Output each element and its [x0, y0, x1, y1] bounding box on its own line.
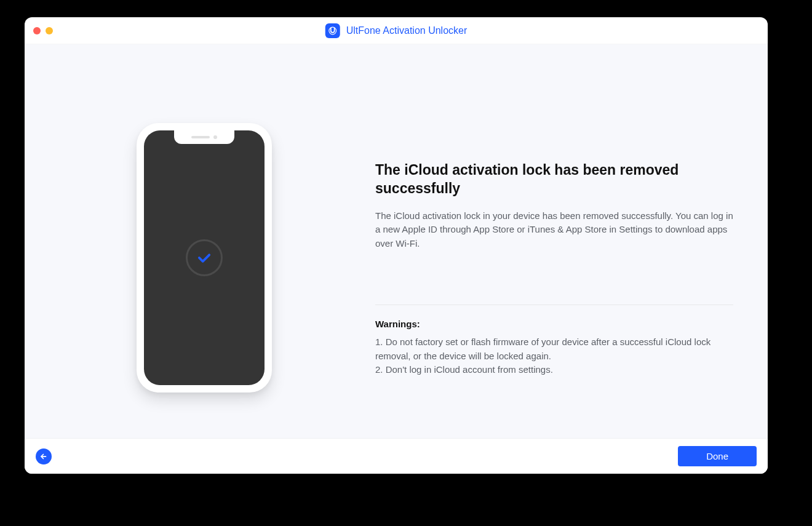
device-screen	[144, 130, 265, 385]
app-logo-icon	[325, 23, 340, 38]
title-bar: UltFone Activation Unlocker	[25, 17, 768, 44]
close-window-button[interactable]	[33, 27, 41, 34]
back-button[interactable]	[36, 448, 52, 464]
arrow-left-icon	[39, 452, 48, 461]
warning-line-2: 2. Don't log in iCloud account from sett…	[375, 363, 733, 377]
device-notch	[174, 130, 234, 144]
app-window: UltFone Activation Unlocker The iCloud a…	[25, 17, 768, 474]
warnings-title: Warnings:	[375, 319, 733, 329]
warnings-body: 1. Do not factory set or flash firmware …	[375, 335, 733, 377]
footer-bar: Done	[25, 438, 768, 474]
done-button[interactable]: Done	[678, 446, 757, 466]
result-description: The iCloud activation lock in your devic…	[375, 209, 733, 251]
section-divider	[375, 305, 733, 305]
warning-line-1: 1. Do not factory set or flash firmware …	[375, 335, 733, 363]
svg-point-0	[329, 27, 336, 34]
minimize-window-button[interactable]	[46, 27, 53, 34]
app-title: UltFone Activation Unlocker	[346, 25, 468, 36]
content-area: The iCloud activation lock has been remo…	[25, 44, 768, 438]
result-heading: The iCloud activation lock has been remo…	[375, 161, 733, 198]
success-check-icon	[186, 239, 223, 276]
window-controls	[33, 27, 53, 34]
result-panel: The iCloud activation lock has been remo…	[375, 161, 733, 377]
device-illustration	[137, 123, 272, 393]
title-center: UltFone Activation Unlocker	[325, 23, 468, 38]
